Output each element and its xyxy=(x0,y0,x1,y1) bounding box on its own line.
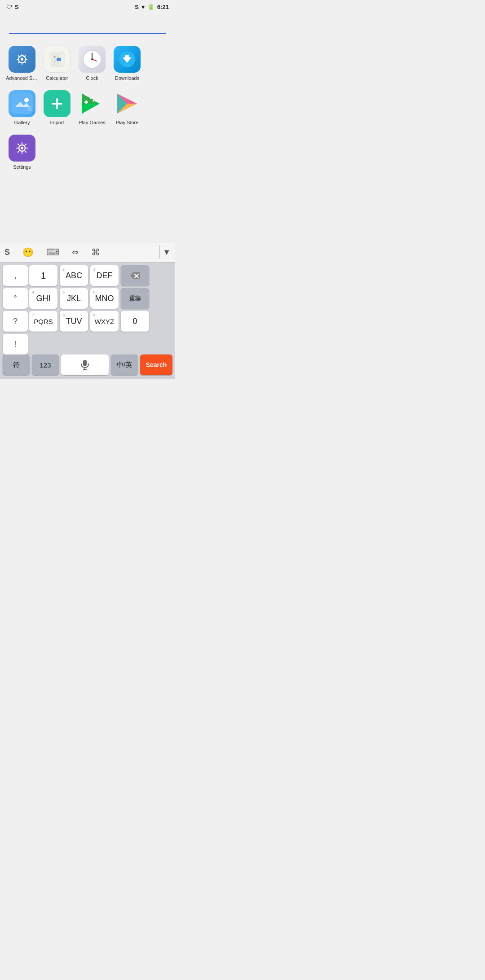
key-mno[interactable]: 6 MNO xyxy=(90,288,119,309)
toolbar-skype-icon[interactable]: S xyxy=(4,248,10,257)
shield-icon: 🛡 xyxy=(6,4,12,10)
settings-icon xyxy=(9,135,35,162)
status-bar: 🛡 S S ▾ 🔋 6:21 xyxy=(0,0,175,13)
punctuation-section: , ° ? ! xyxy=(3,265,28,354)
key-def[interactable]: 3 DEF xyxy=(90,265,119,286)
svg-rect-5 xyxy=(51,53,56,57)
number-keys-section: 1 2 ABC 3 DEF xyxy=(29,265,172,354)
svg-rect-8 xyxy=(57,58,61,61)
svg-rect-21 xyxy=(27,106,32,111)
settings-label: Settings xyxy=(13,164,31,170)
import-icon xyxy=(44,90,71,117)
reenter-key[interactable]: 重输 xyxy=(121,288,149,309)
app-item-gallery[interactable]: Gallery xyxy=(4,90,40,126)
downloads-icon xyxy=(114,46,141,73)
toolbar-divider xyxy=(159,245,160,259)
advanced-settings-label: Advanced Se... xyxy=(6,75,38,81)
keyboard-toolbar: S 😶 ⌨ ⇔ ⌘ ▼ xyxy=(0,242,175,262)
sym-key[interactable]: 符 xyxy=(3,354,30,375)
app-item-advanced-settings[interactable]: Advanced Se... xyxy=(4,46,40,81)
search-bar-container xyxy=(0,13,175,38)
key-pqrs[interactable]: 7 PQRS xyxy=(29,311,57,332)
battery-icon: 🔋 xyxy=(147,4,154,10)
status-right-icons: S ▾ 🔋 6:21 xyxy=(135,4,169,10)
keyboard-row-1: 1 2 ABC 3 DEF xyxy=(29,265,172,286)
play-games-label: Play Games xyxy=(79,120,106,126)
downloads-label: Downloads xyxy=(115,75,139,81)
svg-rect-47 xyxy=(83,360,87,366)
clock-label: Clock xyxy=(86,75,98,81)
keyboard-container: S 😶 ⌨ ⇔ ⌘ ▼ , ° ? ! xyxy=(0,242,175,379)
num-key[interactable]: 123 xyxy=(32,354,59,375)
clock-time: 6:21 xyxy=(157,4,169,10)
play-games-icon xyxy=(79,90,106,117)
key-abc[interactable]: 2 ABC xyxy=(60,265,88,286)
gallery-icon xyxy=(9,90,35,117)
keyboard-bottom-row: 符 123 中/英 Search xyxy=(1,354,174,378)
clock-icon xyxy=(79,46,106,73)
key-tuv[interactable]: 8 TUV xyxy=(60,311,88,332)
comma-key[interactable]: , xyxy=(3,265,28,286)
app-item-settings[interactable]: Settings xyxy=(4,135,40,170)
key-1[interactable]: 1 xyxy=(29,265,57,286)
app-item-calculator[interactable]: + − × = Calculator xyxy=(40,46,75,81)
svg-rect-18 xyxy=(125,55,129,58)
degree-key[interactable]: ° xyxy=(3,288,28,309)
svg-rect-10 xyxy=(57,62,61,66)
import-label: Import xyxy=(50,120,64,126)
mic-icon xyxy=(80,359,89,370)
status-left-icons: 🛡 S xyxy=(6,4,19,10)
search-key[interactable]: Search xyxy=(140,354,172,375)
delete-key[interactable] xyxy=(121,265,149,286)
svg-point-36 xyxy=(93,100,94,102)
calculator-label: Calculator xyxy=(46,75,68,81)
svg-point-30 xyxy=(98,100,100,101)
svg-point-20 xyxy=(24,98,29,102)
app-item-clock[interactable]: Clock xyxy=(75,46,110,81)
skype-left-icon: S xyxy=(15,4,19,10)
app-item-downloads[interactable]: Downloads xyxy=(110,46,145,81)
calculator-icon: + − × = xyxy=(44,46,71,73)
exclaim-key[interactable]: ! xyxy=(3,334,28,354)
keyboard-main-section: , ° ? ! 1 2 ABC xyxy=(1,265,174,354)
search-input[interactable] xyxy=(9,18,166,34)
toolbar-cursor-icon[interactable]: ⇔ xyxy=(72,247,79,257)
mic-key[interactable] xyxy=(61,354,109,375)
main-keyboard-area: , ° ? ! 1 2 ABC xyxy=(0,262,175,379)
play-store-label: Play Store xyxy=(116,120,139,126)
svg-rect-7 xyxy=(51,58,56,61)
app-item-play-games[interactable]: Play Games xyxy=(75,90,110,126)
keyboard-row-2: 4 GHI 5 JKL 6 MNO 重输 xyxy=(29,288,172,309)
key-wxyz[interactable]: 9 WXYZ xyxy=(90,311,119,332)
skype-right-icon: S xyxy=(135,4,139,10)
toolbar-emoji-icon[interactable]: 😶 xyxy=(22,247,34,258)
advanced-settings-icon xyxy=(9,46,35,73)
svg-point-15 xyxy=(91,58,93,60)
toolbar-collapse-button[interactable]: ▼ xyxy=(163,248,171,257)
svg-point-37 xyxy=(95,100,97,102)
app-item-play-store[interactable]: Play Store xyxy=(110,90,145,126)
toolbar-icons: S 😶 ⌨ ⇔ ⌘ xyxy=(4,247,157,258)
lang-key[interactable]: 中/英 xyxy=(111,354,138,375)
svg-rect-6 xyxy=(57,53,61,57)
key-zero[interactable]: 0 xyxy=(121,311,149,332)
key-jkl[interactable]: 5 JKL xyxy=(60,288,88,309)
wifi-icon: ▾ xyxy=(141,4,145,10)
svg-point-1 xyxy=(21,58,23,61)
play-store-icon xyxy=(114,90,141,117)
keyboard-row-3: 7 PQRS 8 TUV 9 WXYZ 0 xyxy=(29,311,172,332)
key-ghi[interactable]: 4 GHI xyxy=(29,288,57,309)
svg-rect-9 xyxy=(51,62,56,66)
svg-rect-35 xyxy=(86,101,87,104)
app-grid: Advanced Se... + − × = Calculator xyxy=(0,38,175,179)
gallery-label: Gallery xyxy=(14,120,30,126)
question-key[interactable]: ? xyxy=(3,311,28,332)
svg-point-44 xyxy=(21,147,23,149)
app-item-import[interactable]: Import xyxy=(40,90,75,126)
toolbar-keyboard-icon[interactable]: ⌨ xyxy=(46,247,59,258)
toolbar-command-icon[interactable]: ⌘ xyxy=(91,247,100,258)
